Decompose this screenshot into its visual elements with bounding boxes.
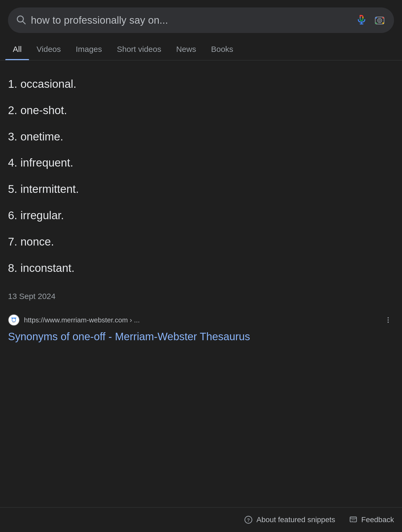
source-header: M·W dict https://www.merriam-webster.com… (8, 314, 394, 326)
svg-point-17 (388, 319, 389, 321)
list-item: 2. one-shot. (8, 97, 394, 124)
voice-search-button[interactable] (355, 13, 368, 27)
tab-all[interactable]: All (5, 38, 29, 60)
tab-images[interactable]: Images (68, 38, 109, 60)
svg-point-18 (388, 322, 389, 323)
search-icon (15, 14, 27, 26)
google-lens-button[interactable] (373, 13, 387, 27)
tab-videos[interactable]: Videos (29, 38, 68, 60)
search-bar-container: how to professionally say on... (0, 0, 402, 38)
bottom-bar: ? About featured snippets Feedback (0, 507, 402, 532)
svg-line-1 (23, 21, 25, 24)
svg-point-7 (379, 20, 381, 22)
about-snippets-label: About featured snippets (256, 516, 335, 524)
source-menu-button[interactable] (382, 314, 394, 326)
svg-point-6 (378, 18, 382, 22)
svg-point-11 (375, 22, 377, 24)
feedback-label: Feedback (361, 516, 394, 524)
main-content: 1. occasional. 2. one-shot. 3. onetime. … (0, 60, 402, 352)
source-title[interactable]: Synonyms of one-off - Merriam-Webster Th… (8, 329, 394, 344)
question-icon: ? (244, 515, 253, 525)
list-item: 6. irregular. (8, 202, 394, 229)
result-date: 13 Sept 2024 (8, 292, 394, 301)
search-tabs: All Videos Images Short videos News Book… (0, 38, 402, 60)
tab-books[interactable]: Books (204, 38, 241, 60)
feedback-button[interactable]: Feedback (348, 515, 394, 525)
list-item: 7. nonce. (8, 229, 394, 255)
tab-news[interactable]: News (169, 38, 204, 60)
about-snippets-button[interactable]: ? About featured snippets (244, 515, 335, 525)
list-item: 4. infrequent. (8, 150, 394, 176)
search-bar[interactable]: how to professionally say on... (8, 7, 394, 33)
list-item: 3. onetime. (8, 124, 394, 150)
list-item: 8. inconstant. (8, 255, 394, 281)
svg-point-10 (382, 22, 384, 24)
list-item: 1. occasional. (8, 71, 394, 97)
feedback-icon (348, 515, 358, 525)
tab-short-videos[interactable]: Short videos (109, 38, 169, 60)
list-item: 5. intermittent. (8, 176, 394, 202)
synonyms-list: 1. occasional. 2. one-shot. 3. onetime. … (8, 71, 394, 281)
search-query[interactable]: how to professionally say on... (31, 15, 350, 26)
source-header-left: M·W dict https://www.merriam-webster.com… (8, 314, 140, 326)
source-card: M·W dict https://www.merriam-webster.com… (8, 314, 394, 344)
svg-point-12 (9, 315, 19, 325)
svg-point-16 (388, 317, 389, 319)
svg-rect-21 (350, 517, 356, 522)
svg-point-9 (382, 17, 384, 19)
svg-text:?: ? (247, 517, 250, 523)
source-favicon: M·W dict (8, 314, 20, 326)
svg-text:dict: dict (13, 321, 15, 323)
svg-point-8 (375, 17, 377, 19)
source-url: https://www.merriam-webster.com › ... (24, 316, 140, 324)
